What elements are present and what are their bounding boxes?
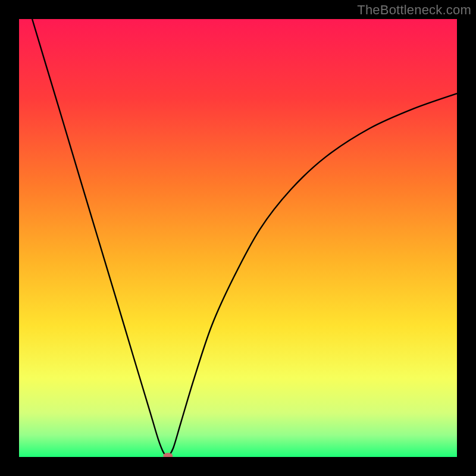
attribution-text: TheBottleneck.com <box>357 2 471 18</box>
chart-frame: TheBottleneck.com <box>0 0 476 476</box>
chart-svg <box>19 19 457 457</box>
gradient-background <box>19 19 457 457</box>
plot-area <box>19 19 457 457</box>
